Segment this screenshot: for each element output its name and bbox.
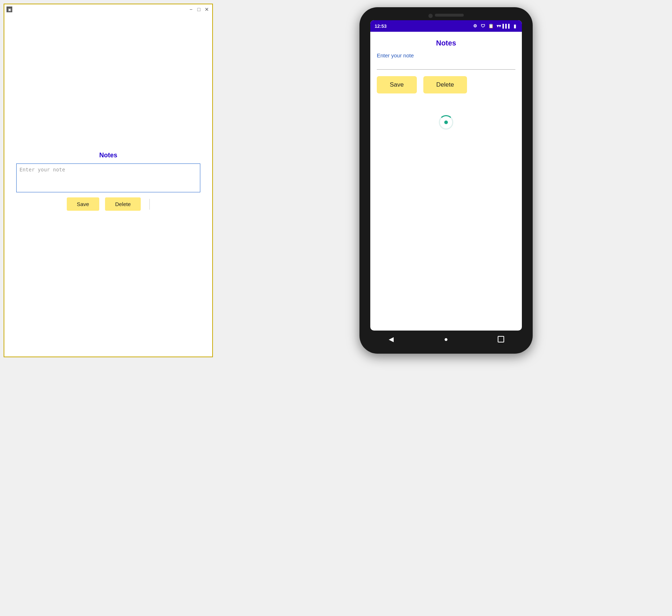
phone-save-button[interactable]: Save [377,76,417,93]
close-button[interactable]: ✕ [204,6,210,13]
phone-app-content: Notes Enter your note Save Delete [370,32,522,331]
loading-indicator [377,115,515,130]
signal-icon: ▌▌▌ [504,23,510,29]
shield-icon: 🛡 [480,23,486,29]
spinner [439,115,453,130]
phone-container: 12:53 ⚙ 🛡 📋 ▾▾ ▌▌▌ ▮ Notes Enter your no… [359,7,533,354]
window-titlebar: ▣ − □ ✕ [4,4,212,14]
divider [149,199,150,210]
phone-screen: 12:53 ⚙ 🛡 📋 ▾▾ ▌▌▌ ▮ Notes Enter your no… [370,20,522,331]
statusbar-icons: ⚙ 🛡 📋 ▾▾ ▌▌▌ ▮ [472,23,518,29]
recents-icon [498,336,504,342]
note-textarea[interactable] [16,163,200,192]
phone-shell: 12:53 ⚙ 🛡 📋 ▾▾ ▌▌▌ ▮ Notes Enter your no… [359,7,533,354]
window-content: Notes Save Delete [4,14,212,357]
recents-button[interactable] [494,333,507,346]
save-button[interactable]: Save [67,197,99,211]
gear-icon: ⚙ [472,23,478,29]
phone-statusbar: 12:53 ⚙ 🛡 📋 ▾▾ ▌▌▌ ▮ [370,20,522,32]
desktop-window: ▣ − □ ✕ Notes Save Delete [4,4,213,357]
battery-icon: ▮ [512,23,518,29]
phone-speaker [435,14,464,17]
phone-notes-title: Notes [377,39,515,47]
app-icon: ▣ [6,6,12,12]
phone-camera [428,14,433,18]
phone-nav-bar: ◀ ● [364,331,528,347]
wifi-icon: ▾▾ [496,23,502,29]
phone-notch [364,14,528,18]
home-button[interactable]: ● [440,333,453,346]
window-controls: − □ ✕ [188,6,210,13]
delete-button[interactable]: Delete [105,197,141,211]
phone-note-label: Enter your note [377,52,515,58]
phone-buttons-row: Save Delete [377,76,515,93]
restore-button[interactable]: □ [196,6,202,13]
minimize-button[interactable]: − [188,6,194,13]
status-time: 12:53 [375,23,387,29]
desktop-buttons-row: Save Delete [67,197,150,211]
spinner-inner [444,121,448,124]
note-divider [377,69,515,70]
notes-title: Notes [99,152,117,159]
phone-delete-button[interactable]: Delete [423,76,467,93]
sd-card-icon: 📋 [488,23,494,29]
back-button[interactable]: ◀ [385,333,398,346]
